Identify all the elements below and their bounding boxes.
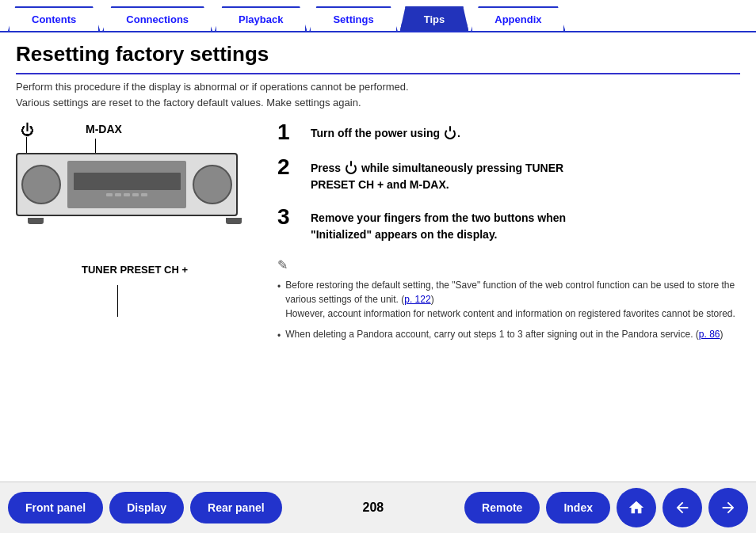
nav-tabs-container: Contents Connections Playback Settings T… [0, 0, 756, 32]
display-button[interactable]: Display [109, 492, 184, 523]
index-button[interactable]: Index [546, 492, 610, 523]
note-link-1[interactable]: p. 122 [404, 294, 430, 305]
device-feet [16, 218, 254, 224]
page-number: 208 [288, 501, 458, 515]
page-title: Resetting factory settings [16, 42, 740, 74]
tab-playback[interactable]: Playback [215, 6, 307, 31]
notes-area: ✎ • Before restoring the default setting… [277, 256, 740, 343]
step-2: 2 Press while simultaneously pressing TU… [277, 156, 740, 193]
device-buttons [106, 193, 147, 196]
power-icon-label: ⏻ [21, 123, 34, 139]
home-button[interactable] [617, 488, 656, 527]
note-bullet-1: • [277, 280, 281, 321]
device-box [16, 153, 238, 216]
main-content: Resetting factory settings Perform this … [0, 32, 756, 357]
step-2-text: Press while simultaneously pressing TUNE… [311, 156, 563, 193]
step-3-number: 3 [277, 206, 300, 228]
device-btn-5 [141, 193, 147, 196]
back-button[interactable] [662, 488, 702, 527]
device-btn-4 [132, 193, 139, 196]
intro-text: Perform this procedure if the display is… [16, 79, 740, 110]
step-3-text: Remove your fingers from the two buttons… [311, 206, 566, 243]
note-item-2: • When deleting a Pandora account, carry… [277, 327, 740, 343]
note-link-2[interactable]: p. 86 [699, 329, 720, 340]
device-diagram: ⏻ M-DAX [16, 153, 254, 276]
forward-button[interactable] [708, 488, 748, 527]
device-knob-left [21, 165, 61, 204]
tuner-label: TUNER PRESET CH + [16, 264, 254, 276]
home-icon [628, 499, 645, 516]
step-2-number: 2 [277, 156, 300, 178]
device-btn-1 [106, 193, 113, 196]
tab-tips[interactable]: Tips [400, 6, 469, 31]
bottom-nav: Front panel Display Rear panel 208 Remot… [0, 482, 756, 533]
step-1-number: 1 [277, 121, 300, 143]
mdax-label: M-DAX [86, 123, 122, 135]
device-foot-right [226, 218, 242, 224]
device-knob-right [193, 165, 232, 204]
tuner-arrow [117, 285, 118, 317]
intro-line1: Perform this procedure if the display is… [16, 81, 409, 93]
step-1-text: Turn off the power using . [311, 121, 460, 142]
tab-settings[interactable]: Settings [309, 6, 397, 31]
power-arrow [26, 137, 27, 153]
note-text-1: Before restoring the default setting, th… [285, 278, 740, 321]
notes-icon: ✎ [277, 256, 740, 275]
diagram-area: ⏻ M-DAX [16, 121, 254, 276]
step-3: 3 Remove your fingers from the two butto… [277, 206, 740, 243]
tab-connections[interactable]: Connections [102, 6, 212, 31]
tab-appendix[interactable]: Appendix [471, 6, 565, 31]
note-bullet-2: • [277, 329, 281, 343]
device-screen [74, 173, 181, 190]
forward-arrow-icon [720, 499, 737, 516]
front-panel-button[interactable]: Front panel [8, 492, 103, 523]
intro-line2: Various settings are reset to the factor… [16, 97, 361, 109]
note-item-1: • Before restoring the default setting, … [277, 278, 740, 321]
device-middle [67, 161, 186, 208]
back-arrow-icon [674, 499, 691, 516]
device-btn-3 [124, 193, 130, 196]
device-btn-2 [115, 193, 121, 196]
rear-panel-button[interactable]: Rear panel [190, 492, 282, 523]
note-text-2: When deleting a Pandora account, carry o… [285, 327, 723, 343]
remote-button[interactable]: Remote [464, 492, 540, 523]
mdax-arrow [95, 139, 96, 153]
steps-area: 1 Turn off the power using . 2 Press whi… [277, 121, 740, 349]
content-row: ⏻ M-DAX [16, 121, 740, 349]
step-1: 1 Turn off the power using . [277, 121, 740, 143]
tab-contents[interactable]: Contents [8, 6, 100, 31]
device-foot-left [28, 218, 44, 224]
